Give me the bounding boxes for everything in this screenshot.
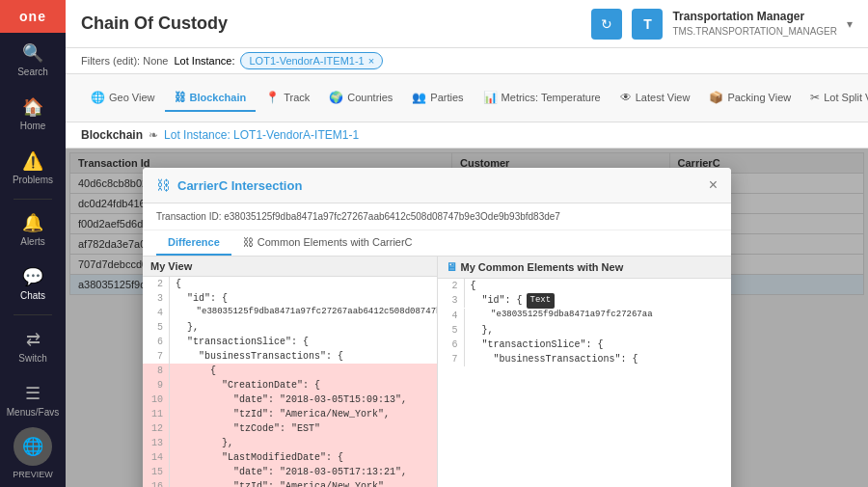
- modal-tab-common[interactable]: ⛓ Common Elements with CarrierC: [231, 230, 424, 256]
- chat-icon: 💬: [22, 266, 43, 287]
- code-line: 5 },: [143, 320, 437, 335]
- code-line-highlighted: 14 "LastModifiedDate": {: [143, 450, 437, 465]
- sidebar-item-alerts[interactable]: 🔔 Alerts: [0, 203, 66, 257]
- right-panel-header: 🖥 My Common Elements with New: [438, 257, 732, 279]
- txn-id-value: e38035125f9dba8471a97fc27267aab6412c508d…: [224, 211, 560, 222]
- common-tab-label: Common Elements with CarrierC: [258, 236, 413, 248]
- header-right: ↻ T Transportation Manager TMS.TRANSPORT…: [591, 9, 853, 40]
- code-line-highlighted: 12 "tzCode": "EST": [143, 421, 437, 436]
- sidebar-item-label: Problems: [13, 175, 53, 185]
- breadcrumb-separator: ❧: [149, 128, 158, 142]
- left-panel-header: My View: [143, 257, 437, 277]
- code-line-highlighted: 11 "tzId": "America/New_York",: [143, 407, 437, 421]
- refresh-button[interactable]: ↻: [591, 9, 622, 40]
- tab-label: Geo View: [109, 92, 155, 103]
- sidebar: one 🔍 Search 🏠 Home ⚠️ Problems 🔔 Alerts…: [0, 0, 66, 487]
- geo-icon: 🌐: [91, 91, 105, 104]
- code-line-highlighted: 10 "date": "2018-03-05T15:09:13",: [143, 392, 437, 407]
- tab-lotsplit[interactable]: ✂ Lot Split View: [800, 85, 868, 112]
- menu-icon: ☰: [25, 383, 41, 404]
- bell-icon: 🔔: [22, 212, 43, 233]
- filter-label: Filters (edit): None: [81, 55, 168, 67]
- lot-instance-label: Lot Instance:: [174, 55, 234, 67]
- lot-badge[interactable]: LOT1-VendorA-ITEM1-1 ×: [240, 52, 383, 69]
- sidebar-item-menus[interactable]: ☰ Menus/Favs: [0, 373, 66, 427]
- tab-label: Packing View: [727, 92, 791, 103]
- modal-close-button[interactable]: ×: [709, 177, 718, 193]
- tab-label: Parties: [430, 92, 463, 103]
- sidebar-item-label: Menus/Favs: [7, 407, 59, 418]
- sidebar-item-switch[interactable]: ⇄ Switch: [0, 319, 66, 373]
- code-line-highlighted: 13 },: [143, 436, 437, 450]
- user-menu-chevron[interactable]: ▾: [847, 17, 853, 31]
- sidebar-item-search[interactable]: 🔍 Search: [0, 33, 66, 87]
- tab-track[interactable]: 📍 Track: [256, 85, 319, 112]
- code-line: 4 "e38035125f9dba8471a97fc27267aab6412c5…: [143, 306, 437, 320]
- breadcrumb-link[interactable]: Lot Instance: LOT1-VendorA-ITEM1-1: [164, 128, 359, 142]
- txn-id-label: Transaction ID:: [156, 211, 221, 222]
- lot-badge-close[interactable]: ×: [368, 55, 374, 67]
- code-line: 5 },: [438, 323, 732, 338]
- sidebar-bottom: 🌐 PREVIEW: [0, 427, 66, 487]
- countries-icon: 🌍: [329, 91, 343, 104]
- right-code-area: 2 { 3 "id": { Text 4: [438, 279, 732, 366]
- sidebar-logo: one: [0, 0, 66, 33]
- page-title: Chain Of Custody: [81, 14, 591, 34]
- left-code-area: 2 { 3 "id": { 4 "e38035125f9dba8471a: [143, 277, 437, 487]
- content-area: Transaction Id Customer CarrierC 40d6c8c…: [66, 149, 868, 487]
- text-badge: Text: [527, 293, 556, 309]
- warning-icon: ⚠️: [22, 150, 43, 172]
- tab-label: Metrics: Temperature: [502, 92, 601, 103]
- sidebar-item-chats[interactable]: 💬 Chats: [0, 257, 66, 311]
- code-line: 4 "e38035125f9dba8471a97fc27267aa: [438, 309, 732, 323]
- transaction-id-row: Transaction ID: e38035125f9dba8471a97fc2…: [143, 203, 731, 230]
- right-panel: 🖥 My Common Elements with New 2 { 3: [438, 257, 732, 487]
- code-line-highlighted: 8 {: [143, 364, 437, 378]
- right-panel-title: My Common Elements with New: [461, 261, 624, 273]
- filter-value: None: [143, 55, 168, 67]
- refresh-icon: ↻: [601, 16, 612, 32]
- modal-blockchain-icon: ⛓: [156, 177, 170, 193]
- tab-packing[interactable]: 📦 Packing View: [699, 85, 800, 112]
- user-info: Transportation Manager TMS.TRANSPORTATIO…: [672, 10, 837, 38]
- breadcrumb-main: Blockchain: [81, 128, 143, 142]
- code-line-highlighted: 9 "CreationDate": {: [143, 378, 437, 392]
- sidebar-item-home[interactable]: 🏠 Home: [0, 87, 66, 141]
- packing-icon: 📦: [709, 91, 723, 104]
- code-line-highlighted: 16 "tzId": "America/New_York",: [143, 479, 437, 487]
- modal-body: My View 2 { 3 "id": {: [143, 257, 731, 487]
- sidebar-item-label: Search: [17, 67, 48, 77]
- tab-latest[interactable]: 👁 Latest View: [610, 85, 700, 112]
- user-role: TMS.TRANSPORTATION_MANAGER: [672, 25, 837, 38]
- lot-badge-value: LOT1-VendorA-ITEM1-1: [249, 55, 364, 67]
- switch-icon: ⇄: [26, 329, 41, 350]
- code-line: 6 "transactionSlice": {: [438, 338, 732, 352]
- sidebar-item-label: Switch: [18, 353, 46, 364]
- tab-label: Lot Split View: [824, 92, 868, 103]
- tab-geo-view[interactable]: 🌐 Geo View: [81, 85, 165, 112]
- tab-parties[interactable]: 👥 Parties: [402, 85, 473, 112]
- content-wrapper: Blockchain ❧ Lot Instance: LOT1-VendorA-…: [66, 122, 868, 487]
- left-panel: My View 2 { 3 "id": {: [143, 257, 438, 487]
- common-tab-icon: ⛓: [243, 236, 254, 248]
- sidebar-divider-2: [14, 314, 53, 315]
- modal-title: CarrierC Intersection: [177, 178, 302, 193]
- modal-tab-difference[interactable]: Difference: [156, 230, 231, 256]
- header: Chain Of Custody ↻ T Transportation Mana…: [66, 0, 868, 48]
- code-line: 3 "id": { Text: [438, 293, 732, 309]
- sidebar-item-problems[interactable]: ⚠️ Problems: [0, 141, 66, 195]
- sidebar-item-label: Alerts: [20, 236, 45, 247]
- tab-blockchain[interactable]: ⛓ Blockchain: [165, 85, 257, 112]
- preview-globe-icon[interactable]: 🌐: [14, 427, 52, 466]
- filter-bar: Filters (edit): None Lot Instance: LOT1-…: [66, 48, 868, 74]
- code-line: 2 {: [143, 277, 437, 291]
- tab-countries[interactable]: 🌍 Countries: [319, 85, 402, 112]
- tab-metrics[interactable]: 📊 Metrics: Temperature: [474, 85, 610, 112]
- sidebar-item-label: Chats: [20, 290, 45, 301]
- nav-tabs: 🌐 Geo View ⛓ Blockchain 📍 Track 🌍 Countr…: [66, 74, 868, 122]
- blockchain-icon: ⛓: [175, 91, 186, 104]
- breadcrumb: Blockchain ❧ Lot Instance: LOT1-VendorA-…: [66, 122, 868, 149]
- tab-label: Countries: [347, 92, 393, 103]
- code-line-highlighted: 15 "date": "2018-03-05T17:13:21",: [143, 465, 437, 479]
- parties-icon: 👥: [412, 91, 426, 104]
